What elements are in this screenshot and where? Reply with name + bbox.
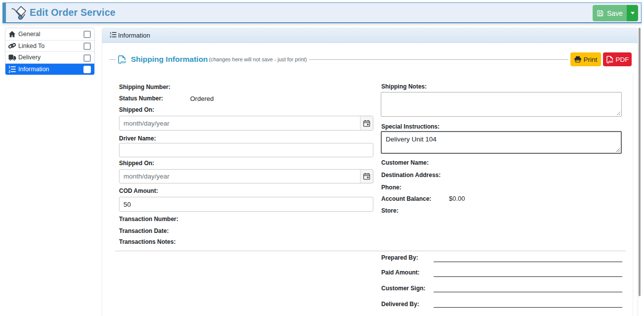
svg-text:PDF: PDF bbox=[608, 60, 613, 63]
svg-text:2: 2 bbox=[110, 35, 111, 38]
svg-text:2: 2 bbox=[8, 70, 10, 73]
svg-text:1: 1 bbox=[110, 32, 112, 35]
svg-text:PDF: PDF bbox=[121, 61, 126, 64]
svg-text:1: 1 bbox=[8, 66, 10, 69]
